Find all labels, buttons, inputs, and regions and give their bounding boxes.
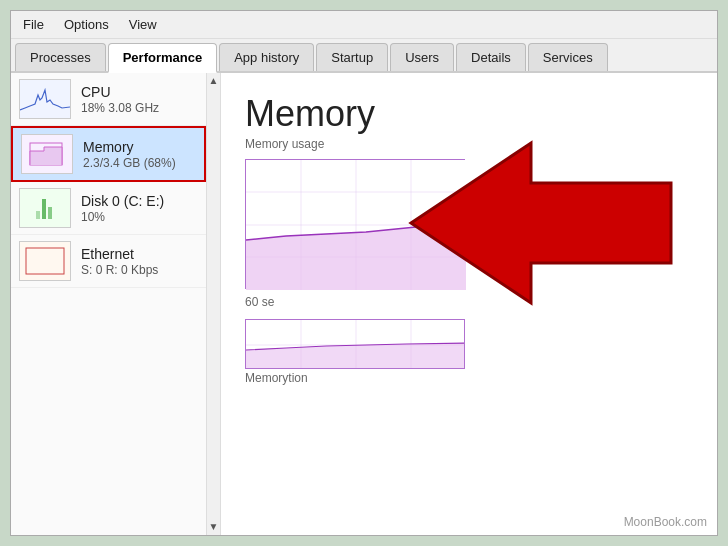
tab-users[interactable]: Users bbox=[390, 43, 454, 71]
svg-rect-6 bbox=[36, 211, 40, 219]
main-panel: Memory Memory usage 60 se bbox=[221, 73, 717, 535]
svg-rect-4 bbox=[42, 199, 46, 219]
tab-app-history[interactable]: App history bbox=[219, 43, 314, 71]
tab-processes[interactable]: Processes bbox=[15, 43, 106, 71]
tab-bar: Processes Performance App history Startu… bbox=[11, 39, 717, 73]
memory-title: Memory bbox=[83, 139, 196, 155]
ethernet-title: Ethernet bbox=[81, 246, 198, 262]
tab-performance[interactable]: Performance bbox=[108, 43, 217, 73]
menubar: File Options View bbox=[11, 11, 717, 39]
tab-details[interactable]: Details bbox=[456, 43, 526, 71]
task-manager-window: File Options View Processes Performance … bbox=[10, 10, 718, 536]
memory-thumbnail bbox=[21, 134, 73, 174]
menu-file[interactable]: File bbox=[19, 15, 48, 34]
disk-info: Disk 0 (C: E:) 10% bbox=[81, 193, 198, 224]
sidebar-list: CPU 18% 3.08 GHz Memory bbox=[11, 73, 206, 535]
disk-subtitle: 10% bbox=[81, 210, 198, 224]
menu-view[interactable]: View bbox=[125, 15, 161, 34]
sidebar-scrollbar[interactable]: ▲ ▼ bbox=[206, 73, 220, 535]
tab-services[interactable]: Services bbox=[528, 43, 608, 71]
sidebar-item-ethernet[interactable]: Ethernet S: 0 R: 0 Kbps bbox=[11, 235, 206, 288]
panel-title: Memory bbox=[245, 93, 693, 135]
sidebar-item-cpu[interactable]: CPU 18% 3.08 GHz bbox=[11, 73, 206, 126]
scroll-down-arrow[interactable]: ▼ bbox=[207, 519, 221, 535]
sidebar: CPU 18% 3.08 GHz Memory bbox=[11, 73, 221, 535]
comp-label: Memorytion bbox=[245, 371, 693, 385]
ethernet-subtitle: S: 0 R: 0 Kbps bbox=[81, 263, 198, 277]
memory-info: Memory 2.3/3.4 GB (68%) bbox=[83, 139, 196, 170]
disk-thumbnail bbox=[19, 188, 71, 228]
memory-subtitle: 2.3/3.4 GB (68%) bbox=[83, 156, 196, 170]
svg-rect-0 bbox=[20, 80, 70, 118]
cpu-subtitle: 18% 3.08 GHz bbox=[81, 101, 198, 115]
watermark: MoonBook.com bbox=[624, 515, 707, 529]
time-label: 60 se bbox=[245, 295, 693, 309]
ethernet-info: Ethernet S: 0 R: 0 Kbps bbox=[81, 246, 198, 277]
cpu-thumbnail bbox=[19, 79, 71, 119]
sidebar-item-memory[interactable]: Memory 2.3/3.4 GB (68%) bbox=[11, 126, 206, 182]
cpu-title: CPU bbox=[81, 84, 198, 100]
usage-label: Memory usage bbox=[245, 137, 693, 151]
menu-options[interactable]: Options bbox=[60, 15, 113, 34]
disk-title: Disk 0 (C: E:) bbox=[81, 193, 198, 209]
svg-rect-5 bbox=[48, 207, 52, 219]
tab-startup[interactable]: Startup bbox=[316, 43, 388, 71]
scroll-up-arrow[interactable]: ▲ bbox=[207, 73, 221, 89]
memory-chart bbox=[245, 159, 465, 289]
memory-composition-chart bbox=[245, 319, 465, 369]
ethernet-thumbnail bbox=[19, 241, 71, 281]
sidebar-item-disk[interactable]: Disk 0 (C: E:) 10% bbox=[11, 182, 206, 235]
main-content: CPU 18% 3.08 GHz Memory bbox=[11, 73, 717, 535]
cpu-info: CPU 18% 3.08 GHz bbox=[81, 84, 198, 115]
